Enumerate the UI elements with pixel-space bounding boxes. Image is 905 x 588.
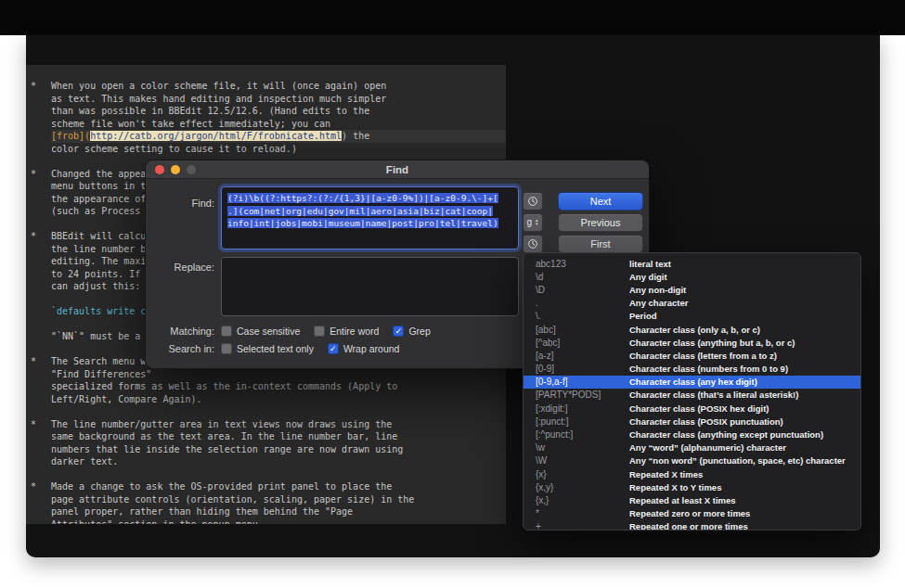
grep-menu-item[interactable]: \wAny “word” (alphanumeric) character	[524, 441, 860, 454]
dialog-titlebar[interactable]: Find	[146, 160, 649, 179]
matching-options: Case sensitiveEntire word✓Grep	[221, 324, 431, 338]
find-input[interactable]: (?i)\b((?:https?:(?:/{1,3}|[a-z0-9%])|[a…	[221, 186, 519, 249]
pattern: {x,y}	[524, 482, 629, 492]
editor-line: as text. This makes hand editing and ins…	[51, 93, 506, 106]
grep-menu-item[interactable]: [abc]Character class (only a, b, or c)	[524, 323, 860, 336]
pattern-description: Repeated zero or more times	[629, 508, 750, 518]
find-text-line: info|int|jobs|mobi|museum|name|post|pro|…	[227, 217, 512, 230]
grep-menu-item[interactable]: abc123literal text	[524, 257, 860, 270]
grep-menu-item[interactable]: {x}Repeated X times	[524, 467, 860, 480]
checkbox-checked[interactable]: ✓	[328, 343, 339, 354]
pattern-description: Character class (only a, b, or c)	[629, 325, 760, 335]
grep-menu-item[interactable]: {x,}Repeated at least X times	[524, 493, 860, 506]
grep-menu-item[interactable]: \.Period	[524, 310, 860, 323]
popup-arrows-icon: ▲▼	[535, 219, 538, 227]
editor-line: specialized forms as well as the in-cont…	[51, 380, 506, 393]
bullet: *	[31, 355, 36, 368]
pattern: \w	[524, 442, 629, 453]
editor-line: When you open a color scheme file, it wi…	[51, 80, 506, 93]
grep-menu-item[interactable]: [:xdigit:]Character class (POSIX hex dig…	[524, 402, 860, 415]
editor-line: than was possible in BBEdit 12.5/12.6. (…	[51, 105, 506, 118]
pattern-description: Repeated X times	[629, 469, 703, 479]
next-button[interactable]: Next	[558, 192, 643, 211]
checkbox-grep[interactable]: ✓Grep	[393, 326, 430, 337]
find-label: Find:	[146, 198, 214, 209]
pattern: [0-9,a-f]	[524, 377, 629, 387]
editor-line: numbers that lie inside the selection ra…	[51, 443, 506, 456]
grep-menu-item[interactable]: [:^punct:]Character class (anything exce…	[524, 428, 860, 441]
pattern-description: Any digit	[629, 272, 667, 282]
grep-menu-item[interactable]: \DAny non-digit	[524, 283, 860, 296]
pattern: [:xdigit:]	[524, 403, 629, 414]
checkbox-label: Selected text only	[237, 343, 314, 354]
find-history-button[interactable]	[523, 192, 543, 211]
previous-button[interactable]: Previous	[558, 213, 643, 232]
checkbox-entire-word[interactable]: Entire word	[314, 326, 379, 337]
grep-button-label: g	[526, 218, 532, 227]
pattern-description: Any “non word” (punctuation, space, etc)…	[629, 455, 846, 466]
pattern-description: Period	[629, 311, 657, 321]
pattern-description: Repeated at least X times	[629, 495, 736, 505]
checkbox-selected-text-only[interactable]: Selected text only	[221, 343, 314, 354]
pattern: +	[524, 521, 629, 530]
checkbox-unchecked[interactable]	[221, 326, 232, 337]
pattern-description: Character class (anything except punctua…	[629, 429, 823, 440]
editor-line: Attributes" section in the popup menu.	[51, 518, 506, 525]
pattern: .	[524, 298, 629, 308]
highlighted-url[interactable]: http://catb.org/jargon/html/F/frobnicate…	[90, 131, 342, 141]
release-note-item: *Made a change to ask the OS-provided pr…	[26, 480, 506, 524]
editor-line: [frob](http://catb.org/jargon/html/F/fro…	[51, 130, 506, 143]
grep-pattern-menu-button[interactable]: g ▲▼	[523, 213, 543, 232]
checkbox-case-sensitive[interactable]: Case sensitive	[221, 326, 300, 337]
release-note-item: *When you open a color scheme file, it w…	[26, 80, 506, 155]
grep-menu-item[interactable]: [0-9]Character class (numbers from 0 to …	[524, 363, 860, 376]
pattern: [abc]	[524, 325, 629, 335]
pattern-description: literal text	[629, 259, 671, 269]
pattern-description: Character class (anything but a, b, or c…	[629, 338, 795, 348]
checkbox-checked[interactable]: ✓	[393, 326, 404, 337]
pattern: [a-z]	[524, 351, 629, 361]
checkbox-wrap-around[interactable]: ✓Wrap around	[328, 343, 400, 354]
grep-menu-item[interactable]: [PARTY*PODS]Character class (that’s a li…	[524, 389, 860, 402]
search-in-options: Selected text only✓Wrap around	[221, 341, 399, 355]
pattern-description: Character class (letters from a to z)	[629, 351, 777, 361]
grep-menu-item[interactable]: [:punct:]Character class (POSIX punctuat…	[524, 415, 860, 428]
grep-menu-item[interactable]: [^abc]Character class (anything but a, b…	[524, 336, 860, 349]
replace-history-button[interactable]	[523, 235, 543, 253]
replace-input[interactable]	[221, 257, 519, 316]
find-text-line: .](com|net|org|edu|gov|mil|aero|asia|biz…	[227, 205, 512, 218]
editor-line: panel proper, rather than hiding them be…	[51, 505, 506, 518]
pattern-description: Repeated X to Y times	[629, 482, 721, 492]
bullet: *	[31, 80, 36, 93]
pattern-description: Any “word” (alphanumeric) character	[629, 442, 786, 453]
grep-menu-item[interactable]: {x,y}Repeated X to Y times	[524, 480, 860, 493]
grep-menu-item[interactable]: .Any character	[524, 297, 860, 310]
release-note-item: *The line number/gutter area in text vie…	[26, 418, 506, 468]
editor-line: page attribute controls (orientation, sc…	[51, 493, 506, 506]
pattern: \D	[524, 285, 629, 295]
grep-menu-item[interactable]: \WAny “non word” (punctuation, space, et…	[524, 454, 860, 467]
checkbox-unchecked[interactable]	[221, 343, 232, 354]
pattern-description: Character class (numbers from 0 to 9)	[629, 364, 788, 374]
pattern-description: Any character	[629, 298, 688, 308]
clock-icon	[527, 196, 538, 207]
pattern-description: Any non-digit	[629, 285, 686, 295]
grep-menu-item[interactable]: [0-9,a-f]Character class (any hex digit)	[524, 376, 860, 389]
first-button[interactable]: First	[558, 235, 643, 253]
line-tail: ) the	[342, 131, 369, 141]
grep-menu-item[interactable]: [a-z]Character class (letters from a to …	[524, 349, 860, 362]
grep-menu-item[interactable]: +Repeated one or more times	[524, 520, 860, 530]
editor-line: "Find Differences"	[51, 368, 506, 381]
pattern: *	[524, 508, 629, 518]
checkbox-label: Wrap around	[343, 343, 400, 354]
pattern: [^abc]	[524, 338, 629, 348]
pattern-description: Repeated one or more times	[629, 521, 748, 530]
grep-menu-item[interactable]: \dAny digit	[524, 270, 860, 283]
pattern: [:^punct:]	[524, 429, 629, 440]
checkbox-label: Grep	[408, 326, 430, 337]
bullet: *	[31, 168, 36, 181]
grep-menu-item[interactable]: *Repeated zero or more times	[524, 507, 860, 520]
checkbox-unchecked[interactable]	[314, 326, 325, 337]
search-in-label: Search in:	[146, 343, 214, 354]
bullet: *	[31, 480, 36, 493]
